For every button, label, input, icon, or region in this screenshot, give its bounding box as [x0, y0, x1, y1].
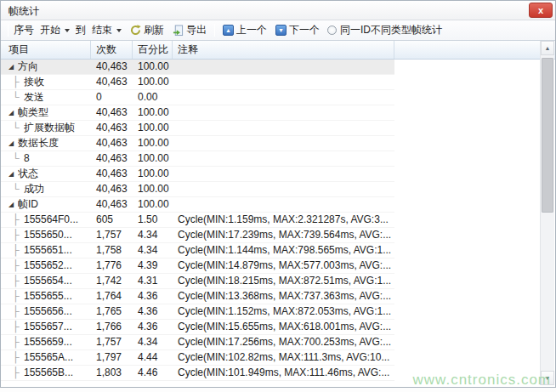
- cell-item: 1555659...: [24, 335, 72, 349]
- table-row[interactable]: └ 成功 40,463 100.00: [1, 182, 542, 197]
- cell-count: 1,764: [91, 289, 133, 304]
- cell-comment: Cycle(MIN:15.655ms, MAX:618.001ms, AVG:.…: [173, 320, 394, 334]
- table-row[interactable]: └ 扩展数据帧 40,463 100.00: [1, 121, 542, 136]
- tree-branch-icon: ├: [12, 320, 24, 334]
- cell-count: 1,766: [91, 320, 133, 334]
- cell-pct: 100.00: [133, 167, 173, 181]
- close-button[interactable]: x: [529, 3, 553, 18]
- tree-branch-icon: ├: [12, 213, 24, 227]
- tree-branch-icon: ├: [12, 274, 24, 288]
- cell-count: 40,463: [91, 121, 133, 135]
- expand-icon[interactable]: ◢: [9, 136, 18, 151]
- same-id-radio[interactable]: 同一ID不同类型帧统计: [327, 23, 442, 37]
- cell-item: 1555654...: [24, 274, 72, 288]
- cell-count: 1,758: [91, 243, 133, 258]
- cell-count: 40,463: [91, 182, 133, 196]
- same-id-radio-label: 同一ID不同类型帧统计: [340, 23, 442, 37]
- cell-pct: 100.00: [133, 136, 173, 151]
- cell-item: 1555651...: [24, 243, 72, 258]
- cell-comment: [173, 136, 394, 151]
- cell-pct: 100.00: [133, 60, 173, 74]
- cell-comment: Cycle(MIN:17.256ms, MAX:700.253ms, AVG:.…: [173, 335, 394, 349]
- expand-icon[interactable]: ◢: [9, 197, 18, 212]
- table-row[interactable]: ├ 1555655... 1,764 4.36 Cycle(MIN:13.368…: [1, 289, 542, 304]
- table-row[interactable]: ◢ 帧ID 40,463 100.00: [1, 197, 542, 213]
- cell-count: 40,463: [91, 151, 133, 166]
- refresh-button[interactable]: 刷新: [126, 20, 168, 40]
- column-header-comment[interactable]: 注释: [173, 41, 394, 59]
- table-row[interactable]: ├ 1555657... 1,766 4.36 Cycle(MIN:15.655…: [1, 320, 542, 335]
- arrow-up-icon: ▲: [223, 25, 234, 36]
- cell-count: 1,797: [91, 350, 133, 365]
- next-button[interactable]: ▼ 下一个: [271, 20, 324, 40]
- expand-icon[interactable]: ◢: [9, 167, 18, 181]
- arrow-down-icon: ▼: [275, 25, 287, 36]
- table-row[interactable]: ├ 155565A... 1,797 4.44 Cycle(MIN:102.82…: [1, 350, 542, 366]
- table-row[interactable]: ◢ 方向 40,463 100.00: [1, 60, 542, 75]
- chevron-down-icon: [116, 29, 122, 32]
- table-row[interactable]: ├ 1555651... 1,758 4.34 Cycle(MIN:1.144m…: [1, 243, 542, 258]
- column-header-count[interactable]: 次数: [91, 41, 133, 59]
- cell-pct: 4.36: [133, 320, 173, 334]
- cell-count: 1,757: [91, 228, 133, 242]
- start-dropdown-label: 开始: [40, 23, 60, 37]
- cell-item: 扩展数据帧: [24, 121, 75, 135]
- cell-item: 帧类型: [18, 105, 48, 120]
- table-row[interactable]: └ 发送 0 0.00: [1, 90, 542, 105]
- tree-branch-icon: ├: [12, 75, 24, 89]
- cell-comment: Cycle(MIN:1.144ms, MAX:798.565ms, AVG:1.…: [173, 243, 394, 258]
- cell-comment: [173, 151, 394, 166]
- cell-count: 1,765: [91, 304, 133, 319]
- scrollbar-thumb[interactable]: [542, 58, 553, 213]
- table-row[interactable]: ◢ 状态 40,463 100.00: [1, 167, 542, 182]
- cell-pct: 4.36: [133, 289, 173, 304]
- table-body: ◢ 方向 40,463 100.00 ├ 接收 40,463 100.00: [1, 60, 542, 381]
- cell-count: 0: [91, 90, 133, 105]
- table-header: 项目 次数 百分比 注释: [1, 41, 555, 60]
- cell-pct: 0.00: [133, 90, 173, 105]
- previous-button[interactable]: ▲ 上一个: [218, 20, 271, 40]
- table-row[interactable]: ├ 1555652... 1,776 4.39 Cycle(MIN:14.879…: [1, 258, 542, 274]
- table-row[interactable]: ├ 155564F0... 605 1.50 Cycle(MIN:1.159ms…: [1, 213, 542, 228]
- table-row[interactable]: ◢ 帧类型 40,463 100.00: [1, 105, 542, 121]
- tree-branch-icon: ├: [12, 366, 24, 380]
- cell-count: 1,776: [91, 258, 133, 273]
- table-row[interactable]: ├ 1555650... 1,757 4.34 Cycle(MIN:17.239…: [1, 228, 542, 243]
- start-dropdown[interactable]: 开始: [36, 20, 74, 40]
- cell-comment: [173, 75, 394, 89]
- cell-item: 帧ID: [18, 197, 38, 212]
- scroll-up-button[interactable]: ▲: [541, 41, 554, 55]
- table-row[interactable]: ├ 1555656... 1,765 4.36 Cycle(MIN:1.152m…: [1, 304, 542, 320]
- table-row[interactable]: ◢ 数据长度 40,463 100.00: [1, 136, 542, 151]
- expand-icon[interactable]: ◢: [9, 105, 18, 120]
- table-row[interactable]: └ 8 40,463 100.00: [1, 151, 542, 167]
- export-button[interactable]: 导出: [168, 20, 211, 40]
- cell-pct: 4.44: [133, 350, 173, 365]
- end-dropdown[interactable]: 结束: [88, 20, 126, 40]
- cell-count: 40,463: [91, 60, 133, 74]
- cell-count: 1,803: [91, 366, 133, 380]
- cell-pct: 4.39: [133, 258, 173, 273]
- tree-branch-icon: └: [12, 90, 24, 105]
- end-dropdown-label: 结束: [92, 23, 112, 37]
- tree-branch-icon: └: [12, 182, 24, 196]
- radio-icon: [327, 26, 337, 35]
- vertical-scrollbar[interactable]: ▲ ▼: [540, 41, 554, 385]
- expand-icon[interactable]: ◢: [9, 60, 18, 74]
- table-row[interactable]: ├ 接收 40,463 100.00: [1, 75, 542, 90]
- column-header-item[interactable]: 项目: [1, 41, 91, 59]
- title-bar: 帧统计 x: [1, 1, 555, 20]
- column-header-percent[interactable]: 百分比: [133, 41, 173, 59]
- cell-count: 40,463: [91, 167, 133, 181]
- cell-item: 状态: [18, 167, 38, 181]
- cell-comment: Cycle(MIN:1.159ms, MAX:2.321287s, AVG:3.…: [173, 213, 394, 227]
- table-row[interactable]: ├ 1555659... 1,757 4.34 Cycle(MIN:17.256…: [1, 335, 542, 350]
- cell-comment: Cycle(MIN:17.239ms, MAX:739.564ms, AVG:.…: [173, 228, 394, 242]
- cell-item: 155565B...: [24, 366, 73, 380]
- export-button-label: 导出: [186, 23, 207, 37]
- table-row[interactable]: ├ 1555654... 1,742 4.31 Cycle(MIN:18.215…: [1, 274, 542, 289]
- toolbar-grip: [8, 24, 9, 37]
- cell-item: 1555655...: [24, 289, 72, 304]
- cell-item: 1555656...: [24, 304, 72, 319]
- cell-item: 1555650...: [24, 228, 72, 242]
